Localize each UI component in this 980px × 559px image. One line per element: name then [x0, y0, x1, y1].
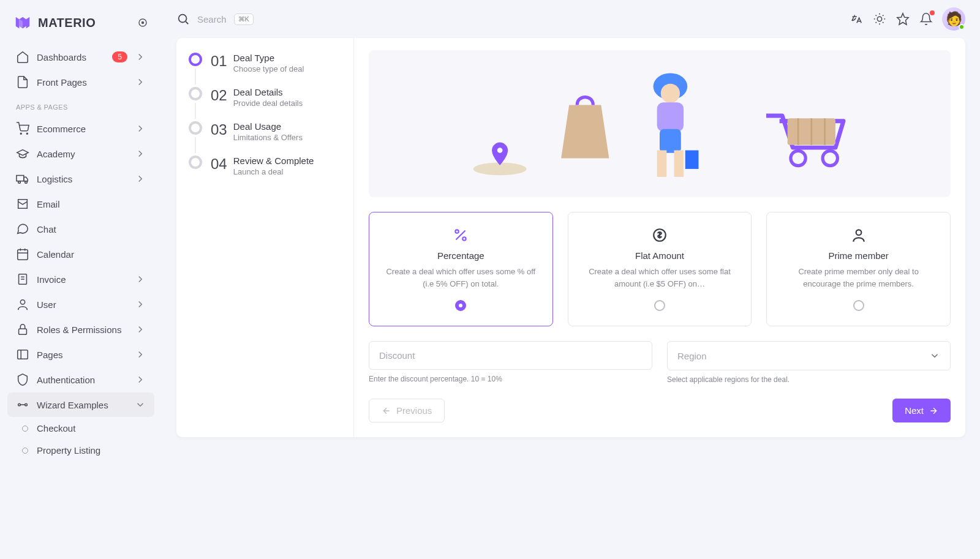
previous-button[interactable]: Previous — [369, 399, 445, 422]
sidebar-item-authentication[interactable]: Authentication — [7, 367, 154, 392]
nav-label: Chat — [37, 224, 146, 234]
svg-point-47 — [823, 151, 837, 165]
sidebar-item-email[interactable]: Email — [7, 192, 154, 216]
file-icon — [16, 75, 29, 89]
step-subtitle: Limitations & Offers — [233, 133, 303, 142]
logo-icon — [13, 13, 32, 32]
sidebar-item-pages[interactable]: Pages — [7, 342, 154, 367]
sidebar-item-academy[interactable]: Academy — [7, 141, 154, 166]
chevron-right-icon — [135, 349, 146, 360]
sidebar-item-front-pages[interactable]: Front Pages — [7, 70, 154, 94]
svg-point-2 — [20, 133, 21, 134]
arrow-left-icon — [382, 406, 391, 416]
search[interactable]: Search ⌘K — [176, 12, 839, 26]
nav-label: Roles & Permissions — [37, 325, 127, 335]
sidebar-subitem-property[interactable]: Property Listing — [7, 440, 154, 461]
sidebar-item-roles[interactable]: Roles & Permissions — [7, 317, 154, 342]
step-number: 02 — [211, 87, 227, 104]
panel: Percentage Create a deal which offer use… — [354, 38, 965, 437]
step-title: Deal Usage — [233, 121, 303, 132]
dollar-icon — [652, 227, 668, 243]
nav-label: Ecommerce — [37, 124, 127, 134]
svg-point-52 — [856, 230, 861, 235]
sidebar-item-chat[interactable]: Chat — [7, 217, 154, 241]
badge-count: 5 — [112, 51, 127, 62]
search-shortcut: ⌘K — [234, 13, 254, 25]
lock-icon — [16, 323, 29, 336]
sidebar-item-dashboards[interactable]: Dashboards 5 — [7, 45, 154, 69]
svg-line-22 — [186, 21, 188, 24]
sidebar-item-logistics[interactable]: Logistics — [7, 167, 154, 191]
sidebar-item-wizard[interactable]: Wizard Examples — [7, 392, 154, 417]
svg-rect-16 — [18, 350, 28, 359]
chevron-right-icon — [135, 148, 146, 159]
radio[interactable] — [455, 300, 466, 311]
svg-rect-4 — [17, 176, 24, 181]
theme-icon[interactable] — [872, 12, 887, 26]
notification-dot — [930, 10, 935, 15]
svg-point-14 — [20, 300, 24, 304]
svg-point-21 — [179, 15, 187, 23]
wizard-card: 01 Deal TypeChoose type of deal 02 Deal … — [176, 38, 965, 437]
svg-point-34 — [497, 148, 503, 153]
logo[interactable]: MATERIO — [7, 10, 154, 44]
svg-point-23 — [877, 17, 881, 21]
step-deal-usage[interactable]: 03 Deal UsageLimitations & Offers — [189, 121, 341, 156]
illustration — [369, 50, 951, 197]
academy-icon — [16, 147, 29, 160]
next-button[interactable]: Next — [892, 399, 951, 422]
step-number: 01 — [211, 53, 227, 70]
star-icon[interactable] — [895, 12, 910, 26]
pages-icon — [16, 348, 29, 361]
nav-label: Logistics — [37, 174, 127, 184]
option-prime-member[interactable]: Prime member Create prime member only de… — [766, 212, 951, 326]
sidebar-item-invoice[interactable]: Invoice — [7, 267, 154, 291]
svg-rect-15 — [19, 329, 27, 334]
nav-label: User — [37, 299, 127, 310]
step-title: Review & Complete — [233, 156, 314, 166]
svg-point-3 — [26, 133, 28, 134]
notification-icon[interactable] — [919, 12, 933, 26]
button-label: Previous — [396, 405, 432, 416]
sidebar-item-calendar[interactable]: Calendar — [7, 242, 154, 266]
cart-icon — [16, 122, 29, 135]
logo-text: MATERIO — [38, 16, 96, 30]
svg-rect-38 — [660, 129, 681, 153]
sidebar-subitem-checkout[interactable]: Checkout — [7, 418, 154, 439]
nav-label: Wizard Examples — [37, 400, 127, 410]
search-icon — [176, 12, 190, 26]
topbar: Search ⌘K — [162, 0, 980, 38]
shield-icon — [16, 373, 29, 386]
svg-line-31 — [883, 15, 883, 16]
chevron-right-icon — [135, 324, 146, 335]
language-icon[interactable] — [849, 12, 864, 26]
step-deal-type[interactable]: 01 Deal TypeChoose type of deal — [189, 53, 341, 87]
radio[interactable] — [654, 300, 665, 311]
discount-input[interactable] — [369, 341, 652, 370]
chevron-right-icon — [135, 299, 146, 310]
invoice-icon — [16, 272, 29, 286]
chevron-down-icon — [135, 399, 146, 410]
avatar[interactable] — [942, 7, 965, 31]
user-icon — [16, 298, 29, 311]
option-percentage[interactable]: Percentage Create a deal which offer use… — [369, 212, 553, 326]
option-flat-amount[interactable]: Flat Amount Create a deal which offer us… — [568, 212, 752, 326]
step-deal-details[interactable]: 02 Deal DetailsProvide deal details — [189, 87, 341, 121]
chevron-right-icon — [135, 123, 146, 134]
chat-icon — [16, 222, 29, 236]
chevron-right-icon — [135, 77, 146, 88]
region-select[interactable]: Region — [667, 341, 951, 370]
sidebar-toggle-icon[interactable] — [137, 17, 148, 28]
step-subtitle: Launch a deal — [233, 167, 314, 176]
chevron-right-icon — [135, 374, 146, 385]
section-title: APPS & PAGES — [7, 95, 154, 116]
stepper: 01 Deal TypeChoose type of deal 02 Deal … — [176, 38, 354, 437]
sidebar-item-ecommerce[interactable]: Ecommerce — [7, 116, 154, 141]
percent-icon — [453, 227, 469, 243]
sidebar-item-user[interactable]: User — [7, 292, 154, 317]
step-review[interactable]: 04 Review & CompleteLaunch a deal — [189, 156, 341, 184]
radio[interactable] — [853, 300, 864, 311]
nav-label: Dashboards — [37, 52, 105, 62]
option-title: Percentage — [382, 250, 540, 261]
svg-rect-41 — [685, 150, 699, 168]
